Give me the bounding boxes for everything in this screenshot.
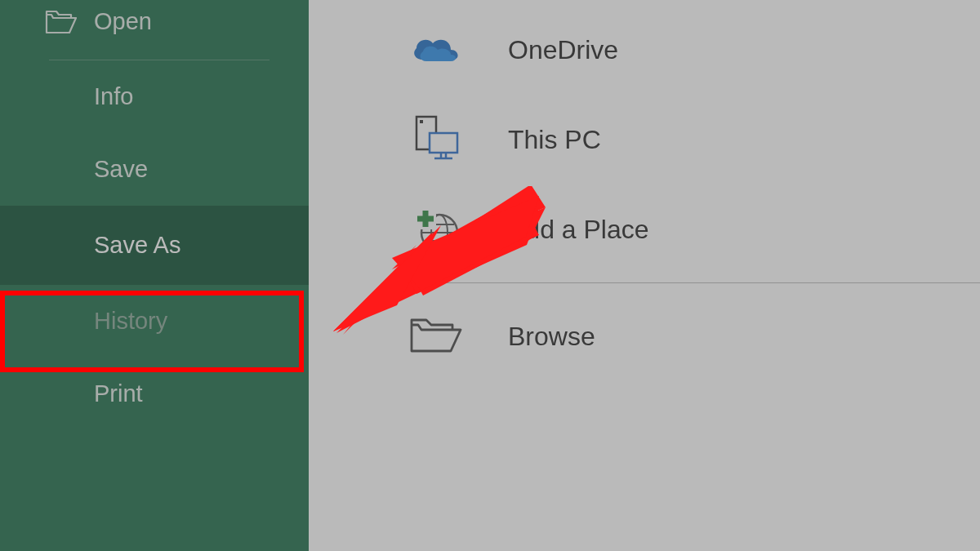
file-menu-sidebar: Open Info Save Save As History Print — [0, 0, 309, 551]
browse-folder-icon — [407, 307, 466, 366]
locations-divider — [390, 282, 980, 283]
sidebar-item-open[interactable]: Open — [0, 0, 309, 60]
sidebar-item-label: Info — [94, 83, 133, 109]
sidebar-item-label: Save — [94, 156, 148, 182]
sidebar-item-saveas[interactable]: Save As — [0, 206, 309, 285]
this-pc-icon — [407, 110, 466, 169]
location-label: Add a Place — [508, 215, 649, 245]
location-label: OneDrive — [508, 35, 618, 65]
sidebar-item-info[interactable]: Info — [0, 60, 309, 133]
sidebar-item-label: History — [94, 308, 167, 334]
sidebar-item-label: Print — [94, 380, 143, 407]
save-locations-panel: OneDrive This PC — [309, 0, 980, 551]
location-label: Browse — [508, 322, 595, 352]
location-onedrive[interactable]: OneDrive — [309, 5, 980, 95]
folder-open-icon — [45, 8, 78, 42]
svg-rect-1 — [420, 120, 423, 123]
sidebar-item-label: Save As — [94, 232, 180, 258]
sidebar-item-label: Open — [94, 8, 152, 35]
location-addplace[interactable]: Add a Place — [309, 184, 980, 274]
sidebar-item-print[interactable]: Print — [0, 358, 309, 430]
location-thispc[interactable]: This PC — [309, 95, 980, 184]
add-place-icon — [407, 200, 466, 259]
location-browse[interactable]: Browse — [309, 291, 980, 381]
svg-rect-2 — [430, 133, 457, 153]
location-label: This PC — [508, 125, 601, 155]
location-list: OneDrive This PC — [309, 0, 980, 381]
sidebar-item-save[interactable]: Save — [0, 133, 309, 206]
sidebar-item-history[interactable]: History — [0, 285, 309, 358]
onedrive-icon — [407, 20, 466, 79]
